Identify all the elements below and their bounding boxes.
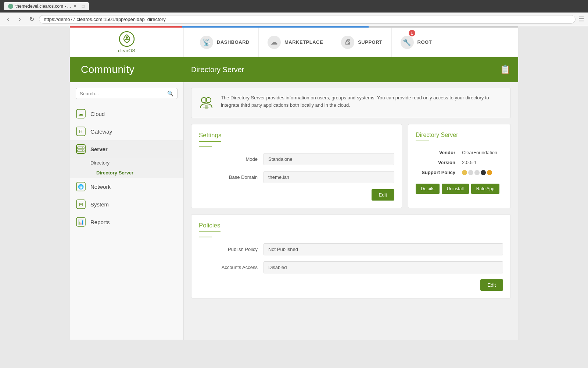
support-row: Support Policy: [416, 168, 502, 177]
sidebar-reports-label: Reports: [90, 219, 178, 225]
page-header: Community Directory Server 📋: [70, 57, 518, 82]
tab-new-btn[interactable]: □: [82, 4, 85, 9]
policies-underline: [199, 237, 212, 237]
sidebar-item-reports[interactable]: 📊 Reports: [70, 213, 183, 231]
refresh-button[interactable]: ↻: [27, 15, 36, 24]
search-box: 🔍: [76, 88, 178, 99]
sidebar-item-gateway[interactable]: ⛩ Gateway: [70, 123, 183, 140]
sidebar-item-cloud[interactable]: ☁ Cloud: [70, 105, 183, 123]
policies-title: Policies: [199, 222, 220, 232]
top-nav: clearOS 📡 DASHBOARD ☁ MARKETPLACE 🖨 SUPP…: [70, 28, 518, 57]
nav-root[interactable]: 🔧 1 ROOT: [392, 28, 441, 57]
root-label: ROOT: [417, 39, 432, 45]
gateway-icon: ⛩: [76, 126, 86, 137]
version-label: Version: [416, 158, 460, 167]
sidebar-cloud-label: Cloud: [90, 111, 178, 117]
details-button[interactable]: Details: [416, 184, 440, 194]
accounts-access-row: Accounts Access Disabled: [199, 261, 503, 273]
browser-menu-button[interactable]: ☰: [578, 15, 584, 23]
dot-3: [474, 170, 480, 175]
dot-4: [481, 170, 486, 175]
dir-server-info-table: Vendor ClearFoundation Version 2.0.5-1 S…: [416, 147, 503, 178]
rate-app-button[interactable]: Rate App: [471, 184, 499, 194]
browser-tab[interactable]: themedevel.clearos.com - ... ✕ □: [4, 2, 89, 10]
reports-icon: 📊: [76, 217, 86, 227]
address-bar[interactable]: https://demo77.clearos.com:1501/app/open…: [39, 15, 576, 24]
policies-card: Policies Publish Policy Not Published Ac…: [191, 214, 511, 298]
vendor-label: Vendor: [416, 148, 460, 157]
info-banner: The Directory Server provides informatio…: [191, 88, 511, 118]
settings-row: Settings Mode Standalone Base Domain the…: [191, 124, 511, 208]
svg-point-0: [119, 32, 134, 46]
svg-rect-8: [78, 150, 84, 152]
settings-edit-button[interactable]: Edit: [372, 189, 394, 201]
svg-point-9: [82, 148, 83, 148]
sidebar-gateway-label: Gateway: [90, 128, 178, 135]
publish-policy-row: Publish Policy Not Published: [199, 243, 503, 255]
search-button[interactable]: 🔍: [167, 91, 173, 96]
tab-close-btn[interactable]: ✕: [73, 4, 77, 9]
sidebar: 🔍 ☁ Cloud ⛩ Gateway: [70, 82, 184, 340]
marketplace-icon: ☁: [268, 36, 281, 49]
svg-text:⛩: ⛩: [79, 129, 83, 134]
settings-title: Settings: [199, 132, 221, 142]
base-domain-label: Base Domain: [199, 174, 258, 180]
dir-server-card-title: Directory Server: [416, 132, 503, 138]
vendor-value: ClearFoundation: [460, 148, 502, 157]
page-title: Directory Server: [184, 66, 500, 74]
dot-5: [487, 170, 492, 175]
svg-point-10: [82, 151, 83, 151]
mode-value: Standalone: [263, 153, 394, 165]
version-value: 2.0.5-1: [460, 158, 502, 167]
tab-title: themedevel.clearos.com - ...: [15, 4, 71, 9]
community-label: Community: [70, 64, 184, 75]
sidebar-item-system[interactable]: ⊞ System: [70, 195, 183, 213]
base-domain-value: theme.lan: [263, 171, 394, 183]
svg-text:📊: 📊: [78, 219, 84, 225]
svg-rect-6: [76, 145, 85, 153]
page-header-icon: 📋: [500, 64, 518, 75]
top-nav-items: 📡 DASHBOARD ☁ MARKETPLACE 🖨 SUPPORT 🔧 1 …: [184, 28, 518, 57]
support-label: Support Policy: [416, 168, 460, 177]
sidebar-server-label: Server: [90, 146, 178, 152]
nav-support[interactable]: 🖨 SUPPORT: [332, 28, 391, 57]
sidebar-item-server[interactable]: Server: [70, 140, 183, 158]
dir-server-underline: [416, 141, 429, 141]
notification-badge: 1: [409, 30, 415, 36]
main-content: The Directory Server provides informatio…: [184, 82, 518, 340]
version-row: Version 2.0.5-1: [416, 158, 502, 167]
sidebar-item-network[interactable]: 🌐 Network: [70, 178, 183, 195]
base-domain-row: Base Domain theme.lan: [199, 171, 394, 183]
server-icon: [76, 144, 86, 154]
publish-policy-label: Publish Policy: [199, 247, 258, 252]
support-dots: [462, 170, 501, 175]
settings-underline: [199, 146, 212, 147]
uninstall-button[interactable]: Uninstall: [442, 184, 469, 194]
dot-1: [462, 170, 467, 175]
vendor-row: Vendor ClearFoundation: [416, 148, 502, 157]
svg-rect-20: [203, 107, 209, 107]
search-input[interactable]: [80, 91, 167, 96]
content-area: 🔍 ☁ Cloud ⛩ Gateway: [70, 82, 518, 340]
svg-point-1: [126, 36, 128, 39]
directory-server-icon: [197, 94, 215, 112]
browser-nav: ‹ › ↻ https://demo77.clearos.com:1501/ap…: [0, 13, 588, 26]
svg-text:🌐: 🌐: [78, 184, 84, 190]
nav-marketplace[interactable]: ☁ MARKETPLACE: [259, 28, 332, 57]
mode-row: Mode Standalone: [199, 153, 394, 165]
network-icon: 🌐: [76, 181, 86, 192]
marketplace-label: MARKETPLACE: [284, 39, 323, 45]
policies-edit-button[interactable]: Edit: [480, 279, 503, 291]
submenu-directory[interactable]: Directory: [70, 158, 183, 168]
directory-server-card: Directory Server Vendor ClearFoundation …: [408, 124, 511, 208]
submenu-directory-server[interactable]: Directory Server: [70, 168, 183, 178]
forward-button[interactable]: ›: [15, 15, 24, 24]
svg-rect-7: [78, 147, 84, 149]
info-banner-icon: [197, 94, 215, 112]
nav-dashboard[interactable]: 📡 DASHBOARD: [191, 28, 259, 57]
browser-chrome: themedevel.clearos.com - ... ✕ □: [0, 0, 588, 13]
logo-area: clearOS: [70, 28, 184, 57]
back-button[interactable]: ‹: [4, 15, 12, 24]
app-wrapper: clearOS 📡 DASHBOARD ☁ MARKETPLACE 🖨 SUPP…: [70, 26, 518, 340]
sidebar-network-label: Network: [90, 184, 178, 190]
